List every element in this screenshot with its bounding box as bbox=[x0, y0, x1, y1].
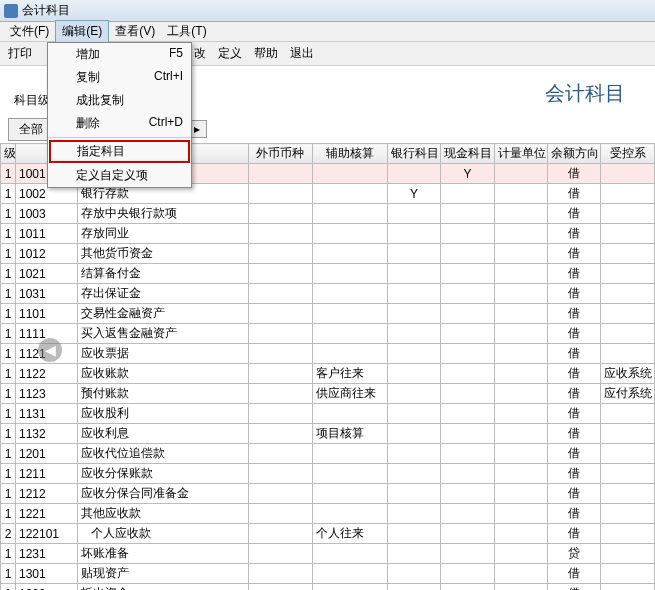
table-row[interactable]: 11003存放中央银行款项借 bbox=[1, 204, 655, 224]
cell-code: 1132 bbox=[15, 424, 77, 444]
cell-name: 其他应收款 bbox=[77, 504, 248, 524]
cell-level: 1 bbox=[1, 404, 16, 424]
cell-unit bbox=[494, 264, 547, 284]
cell-currency bbox=[248, 584, 312, 591]
window-title: 会计科目 bbox=[22, 2, 70, 19]
page-title: 会计科目 bbox=[545, 80, 625, 107]
table-row[interactable]: 11123预付账款供应商往来借应付系统 bbox=[1, 384, 655, 404]
cell-bank bbox=[387, 344, 440, 364]
cell-bank bbox=[387, 404, 440, 424]
cell-unit bbox=[494, 224, 547, 244]
cell-unit bbox=[494, 444, 547, 464]
cell-level: 1 bbox=[1, 204, 16, 224]
cell-cash bbox=[441, 584, 494, 591]
cell-aux bbox=[313, 504, 388, 524]
table-row[interactable]: 2122101 个人应收款个人往来借 bbox=[1, 524, 655, 544]
col-ctrl[interactable]: 受控系 bbox=[601, 144, 655, 164]
cell-aux: 项目核算 bbox=[313, 424, 388, 444]
cell-cash bbox=[441, 344, 494, 364]
menu-edit[interactable]: 编辑(E) bbox=[55, 20, 109, 43]
table-row[interactable]: 11101交易性金融资产借 bbox=[1, 304, 655, 324]
cell-unit bbox=[494, 324, 547, 344]
dropdown-custom-define[interactable]: 定义自定义项 bbox=[48, 164, 191, 187]
table-row[interactable]: 11131应收股利借 bbox=[1, 404, 655, 424]
cell-aux bbox=[313, 304, 388, 324]
cell-cash bbox=[441, 264, 494, 284]
cell-code: 1003 bbox=[15, 204, 77, 224]
cell-currency bbox=[248, 484, 312, 504]
cell-currency bbox=[248, 544, 312, 564]
cell-cash bbox=[441, 464, 494, 484]
cell-bank bbox=[387, 464, 440, 484]
dropdown-add[interactable]: 增加F5 bbox=[48, 43, 191, 66]
toolbar-help[interactable]: 帮助 bbox=[254, 45, 278, 62]
cell-ctrl bbox=[601, 484, 655, 504]
cell-cash: Y bbox=[441, 164, 494, 184]
cell-currency bbox=[248, 184, 312, 204]
menu-file[interactable]: 文件(F) bbox=[4, 21, 55, 42]
table-row[interactable]: 11011存放同业借 bbox=[1, 224, 655, 244]
col-cash[interactable]: 现金科目 bbox=[441, 144, 494, 164]
cell-currency bbox=[248, 524, 312, 544]
col-level[interactable]: 级 bbox=[1, 144, 16, 164]
col-aux[interactable]: 辅助核算 bbox=[313, 144, 388, 164]
cell-unit bbox=[494, 184, 547, 204]
col-currency[interactable]: 外币币种 bbox=[248, 144, 312, 164]
cell-code: 1302 bbox=[15, 584, 77, 591]
cell-currency bbox=[248, 344, 312, 364]
dropdown-delete[interactable]: 删除Ctrl+D bbox=[48, 112, 191, 135]
toolbar-define[interactable]: 定义 bbox=[218, 45, 242, 62]
cell-unit bbox=[494, 344, 547, 364]
cell-code: 1211 bbox=[15, 464, 77, 484]
table-row[interactable]: 11212应收分保合同准备金借 bbox=[1, 484, 655, 504]
menu-tools[interactable]: 工具(T) bbox=[161, 21, 212, 42]
table-row[interactable]: 11031存出保证金借 bbox=[1, 284, 655, 304]
cell-cash bbox=[441, 224, 494, 244]
cell-dir: 借 bbox=[548, 164, 601, 184]
cell-name: 应收分保账款 bbox=[77, 464, 248, 484]
cell-name: 应收账款 bbox=[77, 364, 248, 384]
table-row[interactable]: 11132应收利息项目核算借 bbox=[1, 424, 655, 444]
cell-unit bbox=[494, 384, 547, 404]
toolbar-modify[interactable]: 改 bbox=[194, 45, 206, 62]
cell-cash bbox=[441, 444, 494, 464]
cell-cash bbox=[441, 544, 494, 564]
cell-aux bbox=[313, 324, 388, 344]
cell-ctrl bbox=[601, 584, 655, 591]
table-row[interactable]: 11122应收账款客户往来借应收系统 bbox=[1, 364, 655, 384]
col-bank[interactable]: 银行科目 bbox=[387, 144, 440, 164]
cell-ctrl bbox=[601, 344, 655, 364]
dropdown-batch-copy[interactable]: 成批复制 bbox=[48, 89, 191, 112]
cell-currency bbox=[248, 224, 312, 244]
dropdown-copy[interactable]: 复制Ctrl+I bbox=[48, 66, 191, 89]
cell-code: 1012 bbox=[15, 244, 77, 264]
cell-code: 1131 bbox=[15, 404, 77, 424]
table-row[interactable]: 11221其他应收款借 bbox=[1, 504, 655, 524]
table-row[interactable]: 11231坏账准备贷 bbox=[1, 544, 655, 564]
table-row[interactable]: 11301贴现资产借 bbox=[1, 564, 655, 584]
table-row[interactable]: 11121应收票据借 bbox=[1, 344, 655, 364]
cell-ctrl: 应收系统 bbox=[601, 364, 655, 384]
cell-ctrl bbox=[601, 544, 655, 564]
table-row[interactable]: 11201应收代位追偿款借 bbox=[1, 444, 655, 464]
cell-ctrl bbox=[601, 304, 655, 324]
table-row[interactable]: 11211应收分保账款借 bbox=[1, 464, 655, 484]
cell-unit bbox=[494, 424, 547, 444]
table-row[interactable]: 11111买入返售金融资产借 bbox=[1, 324, 655, 344]
menu-bar: 文件(F) 编辑(E) 查看(V) 工具(T) bbox=[0, 22, 655, 42]
scroll-left-indicator[interactable]: ◀ bbox=[38, 338, 62, 362]
cell-ctrl bbox=[601, 164, 655, 184]
cell-level: 1 bbox=[1, 444, 16, 464]
table-row[interactable]: 11012其他货币资金借 bbox=[1, 244, 655, 264]
table-row[interactable]: 11302拆出资金借 bbox=[1, 584, 655, 591]
col-dir[interactable]: 余额方向 bbox=[548, 144, 601, 164]
cell-currency bbox=[248, 204, 312, 224]
col-unit[interactable]: 计量单位 bbox=[494, 144, 547, 164]
menu-view[interactable]: 查看(V) bbox=[109, 21, 161, 42]
toolbar-print[interactable]: 打印 bbox=[8, 45, 32, 62]
cell-bank bbox=[387, 364, 440, 384]
table-row[interactable]: 11021结算备付金借 bbox=[1, 264, 655, 284]
dropdown-specify-account[interactable]: 指定科目 bbox=[49, 140, 190, 163]
toolbar-exit[interactable]: 退出 bbox=[290, 45, 314, 62]
cell-name: 应收分保合同准备金 bbox=[77, 484, 248, 504]
